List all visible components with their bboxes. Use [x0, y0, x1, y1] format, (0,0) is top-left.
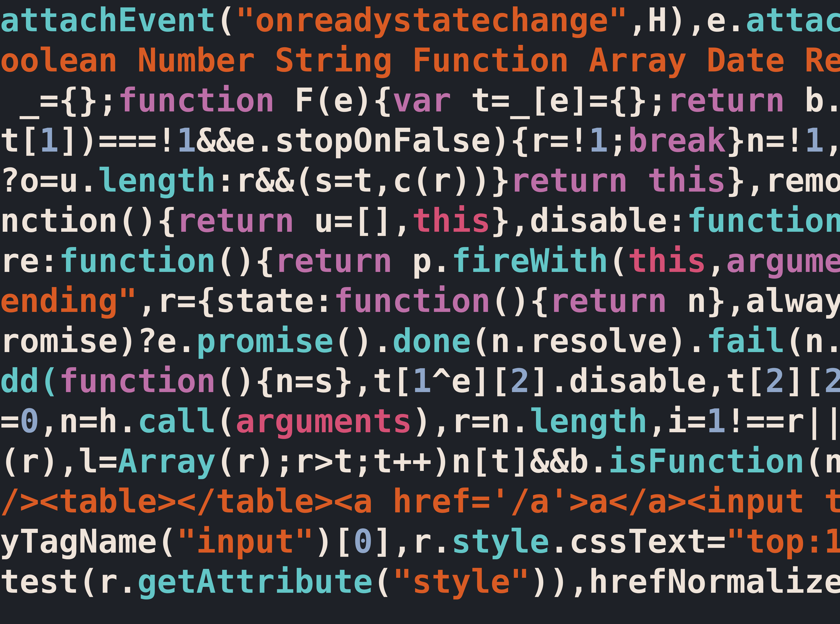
code-line: ending",r={state:function(){return n},al…: [0, 282, 840, 320]
code-line: oolean Number String Function Array Date…: [0, 41, 840, 79]
code-token: ,u&&: [824, 121, 840, 159]
code-token: =: [0, 402, 20, 440]
code-token: p.: [393, 242, 451, 280]
code-token: )),hrefNormalized:: [530, 562, 840, 601]
code-token: _={};: [20, 81, 118, 119]
code-token: this: [412, 201, 490, 239]
code-token: return: [177, 201, 294, 239]
code-token: fail: [706, 322, 785, 360]
code-token: (n.resolve).: [471, 322, 706, 360]
code-token: )[: [314, 522, 353, 560]
code-token: !==r||e&&: [726, 402, 840, 440]
code-line: re:function(){return p.fireWith(this,arg…: [0, 242, 840, 280]
code-token: }n=!: [726, 121, 805, 159]
code-line: (r),l=Array(r);r>t;t++)n[t]&&b.isFunctio…: [0, 442, 840, 480]
code-line: dd(function(){n=s},t[1^e][2].disable,t[2…: [0, 362, 840, 400]
code-token: 1: [589, 121, 608, 159]
code-token: (: [216, 402, 236, 440]
code-token: length: [98, 161, 216, 199]
code-token: (: [608, 242, 628, 280]
code-token: ,r={state:: [137, 282, 334, 320]
code-token: function: [59, 242, 216, 280]
code-token: ,H),e.: [628, 1, 746, 39]
code-token: oolean Number String Function Array Date…: [0, 41, 840, 79]
code-token: return: [275, 242, 393, 280]
code-token: attachEvent: [0, 1, 216, 39]
code-token: n},always:: [667, 282, 840, 320]
code-token: (n[t: [805, 442, 840, 480]
code-token: ending": [0, 282, 137, 320]
code-line: yTagName("input")[0],r.style.cssText="to…: [0, 522, 840, 560]
code-token: yTagName(: [0, 522, 177, 560]
code-token: test(r.: [0, 562, 137, 601]
code-token: ^e][: [432, 362, 510, 400]
code-token: &&e.stopOnFalse){r=!: [196, 121, 589, 159]
code-token: nction(){: [0, 201, 177, 239]
code-token: ),r=n.: [412, 402, 530, 440]
code-token: isFunction: [608, 442, 805, 480]
code-token: return this: [510, 161, 726, 199]
code-line: t[1])===!1&&e.stopOnFalse){r=!1;break}n=…: [0, 121, 840, 159]
code-token: ],r.: [373, 522, 451, 560]
code-token: arguments: [236, 402, 412, 440]
code-token: :r&&(s=t,c(r))}: [216, 161, 510, 199]
code-token: break: [628, 121, 726, 159]
code-token: length: [530, 402, 647, 440]
code-token: ().: [334, 322, 393, 360]
code-token: function: [118, 81, 275, 119]
code-token: attachE: [746, 1, 840, 39]
code-token: ;: [608, 121, 628, 159]
code-line: test(r.getAttribute("style")),hrefNormal…: [0, 562, 840, 601]
code-token: 0: [20, 402, 39, 440]
code-editor-viewport: attachEvent("onreadystatechange",H),e.at…: [0, 0, 840, 601]
code-token: call: [137, 402, 216, 440]
code-token: },disable:: [490, 201, 687, 239]
code-line: romise)?e.promise().done(n.resolve).fail…: [0, 322, 840, 360]
code-token: promise: [196, 322, 334, 360]
code-token: function: [687, 201, 840, 239]
code-token: fireWith: [451, 242, 608, 280]
code-token: 2: [765, 362, 785, 400]
code-token: "input": [177, 522, 314, 560]
code-line: nction(){return u=[],this},disable:funct…: [0, 201, 840, 239]
code-token: done: [393, 322, 471, 360]
code-token: t=_[e]={};: [451, 81, 667, 119]
code-token: (){n=s},t[: [216, 362, 412, 400]
code-token: 2: [824, 362, 840, 400]
code-line: ?o=u.length:r&&(s=t,c(r))}return this},r…: [0, 161, 840, 199]
code-token: u=[],: [294, 201, 412, 239]
code-token: return: [667, 81, 785, 119]
code-token: "top:1px: [726, 522, 840, 560]
code-token: ,: [706, 242, 726, 280]
code-token: (: [216, 1, 236, 39]
code-token: (){: [216, 242, 275, 280]
code-line: =0,n=h.call(arguments),r=n.length,i=1!==…: [0, 402, 840, 440]
code-token: ?o=u.: [0, 161, 98, 199]
code-token: this: [628, 242, 706, 280]
code-token: romise)?e.: [0, 322, 196, 360]
code-token: (n.re: [785, 322, 840, 360]
code-token: 2: [510, 362, 530, 400]
code-token: getAttribute: [137, 562, 373, 601]
code-token: (r);r>t;t++)n[t]&&b.: [216, 442, 608, 480]
code-token: "style": [393, 562, 530, 601]
code-token: (r),l=: [0, 442, 118, 480]
code-token: F(e){: [275, 81, 393, 119]
code-token: Array: [118, 442, 216, 480]
code-token: re:: [0, 242, 59, 280]
code-token: t[: [0, 121, 39, 159]
code-line: /><table></table><a href='/a'>a</a><inpu…: [0, 482, 840, 520]
code-token: .cssText=: [549, 522, 726, 560]
code-token: 1: [412, 362, 432, 400]
code-token: arguments: [726, 242, 840, 280]
code-token: dd(: [0, 362, 59, 400]
code-token: b.: [785, 81, 840, 119]
code-token: 1: [177, 121, 196, 159]
code-token: return: [549, 282, 667, 320]
code-token: function: [334, 282, 490, 320]
code-token: style: [451, 522, 549, 560]
code-token: ])===!: [59, 121, 177, 159]
code-token: 1: [39, 121, 59, 159]
code-token: ][: [785, 362, 824, 400]
code-token: "onreadystatechange": [236, 1, 628, 39]
